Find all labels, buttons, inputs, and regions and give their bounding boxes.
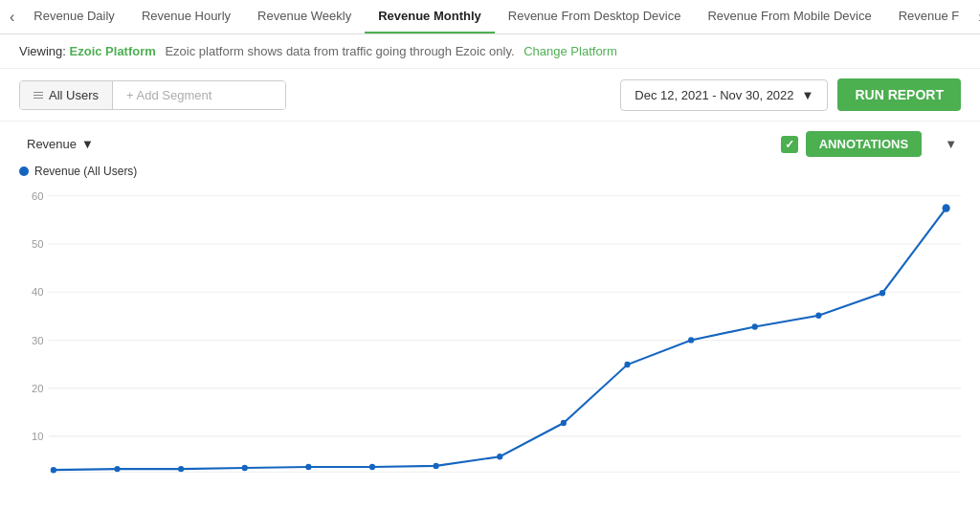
svg-point-15 [178, 466, 184, 472]
svg-point-25 [815, 313, 821, 319]
tab-revenue-weekly[interactable]: Revenue Weekly [244, 1, 365, 34]
tab-revenue-desktop[interactable]: Revenue From Desktop Device [495, 1, 695, 34]
tab-revenue-mobile[interactable]: Revenue From Mobile Device [694, 1, 884, 34]
svg-text:20: 20 [32, 383, 44, 394]
svg-point-17 [305, 464, 311, 470]
svg-point-27 [943, 204, 950, 212]
platform-name: Ezoic Platform [70, 44, 156, 58]
tab-revenue-hourly[interactable]: Revenue Hourly [128, 1, 244, 34]
svg-text:60: 60 [32, 190, 44, 202]
all-users-button[interactable]: All Users [20, 81, 113, 109]
chart-options-button[interactable]: ▼ [941, 133, 961, 155]
tab-next-button[interactable]: › [972, 0, 980, 33]
date-range-button[interactable]: Dec 12, 2021 - Nov 30, 2022 ▼ [620, 79, 828, 111]
tab-revenue-other[interactable]: Revenue F [885, 1, 973, 34]
svg-point-23 [688, 337, 694, 343]
tab-bar: ‹ Revenue Daily Revenue Hourly Revenue W… [0, 0, 980, 34]
add-segment-label: + Add Segment [126, 88, 212, 102]
legend-dot [19, 166, 29, 176]
chart-section: Revenue ▼ ANNOTATIONS ▼ Revenue (All Use… [0, 122, 980, 482]
drag-icon [33, 92, 43, 99]
svg-point-18 [369, 464, 375, 470]
info-bar: Viewing: Ezoic Platform Ezoic platform s… [0, 34, 980, 69]
metric-dropdown[interactable]: Revenue ▼ [19, 133, 101, 155]
annotations-button[interactable]: ANNOTATIONS [806, 131, 922, 157]
annotations-checkbox[interactable] [781, 136, 798, 153]
svg-point-13 [51, 467, 56, 473]
run-report-label: RUN REPORT [855, 87, 944, 102]
chart-container: 60 50 40 30 20 10 [19, 186, 961, 482]
chevron-down-icon: ▼ [81, 137, 94, 151]
all-users-label: All Users [49, 88, 99, 102]
chart-toolbar: Revenue ▼ ANNOTATIONS ▼ [19, 131, 961, 157]
svg-point-20 [497, 454, 502, 459]
tab-revenue-monthly[interactable]: Revenue Monthly [365, 1, 495, 34]
tab-prev-button[interactable]: ‹ [4, 0, 20, 33]
svg-point-24 [752, 323, 758, 329]
svg-point-16 [242, 465, 248, 471]
svg-point-26 [880, 290, 885, 296]
chevron-down-icon: ▼ [945, 137, 957, 151]
annotations-area: ANNOTATIONS [781, 131, 922, 157]
date-range-label: Dec 12, 2021 - Nov 30, 2022 [635, 88, 793, 102]
controls-bar: All Users + Add Segment Dec 12, 2021 - N… [0, 69, 980, 122]
svg-text:10: 10 [32, 431, 44, 442]
viewing-label: Viewing: [19, 44, 66, 58]
svg-point-19 [434, 463, 439, 469]
svg-text:30: 30 [32, 334, 44, 345]
svg-point-22 [624, 362, 630, 367]
svg-text:40: 40 [32, 286, 44, 298]
segment-selector: All Users + Add Segment [19, 80, 286, 110]
chart-svg: 60 50 40 30 20 10 [19, 186, 961, 482]
platform-description: Ezoic platform shows data from traffic g… [165, 44, 514, 58]
metric-label: Revenue [27, 137, 77, 151]
svg-point-14 [114, 466, 120, 472]
svg-point-21 [561, 420, 567, 426]
tab-revenue-daily[interactable]: Revenue Daily [20, 1, 128, 34]
annotations-label: ANNOTATIONS [819, 137, 908, 151]
legend-label: Revenue (All Users) [34, 165, 137, 178]
change-platform-link[interactable]: Change Platform [523, 44, 617, 58]
chart-legend: Revenue (All Users) [19, 165, 961, 178]
chevron-down-icon: ▼ [802, 88, 814, 102]
svg-text:50: 50 [32, 238, 44, 250]
add-segment-button[interactable]: + Add Segment [113, 81, 285, 109]
revenue-line [54, 209, 947, 471]
run-report-button[interactable]: RUN REPORT [837, 78, 961, 111]
